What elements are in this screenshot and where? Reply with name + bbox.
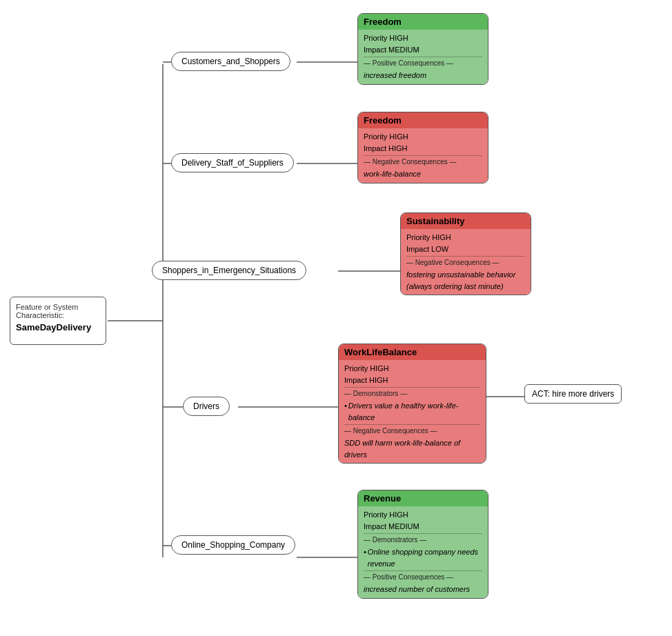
value-text: Impact MEDIUM: [364, 44, 482, 56]
stakeholder-label-1: Delivery_Staff_of_Suppliers: [181, 158, 284, 168]
stakeholder-online: Online_Shopping_Company: [171, 535, 295, 555]
stakeholder-label-4: Online_Shopping_Company: [181, 540, 285, 550]
value-italic: work-life-balance: [364, 168, 482, 180]
root-label: Feature or System Characteristic:: [16, 303, 100, 319]
stakeholder-shoppers: Shoppers_in_Emergency_Situations: [152, 261, 306, 280]
value-text: Impact HIGH: [344, 375, 480, 386]
value-node-v5: RevenuePriority HIGHImpact MEDIUM— Demon…: [357, 490, 488, 599]
stakeholder-customers: Customers_and_Shoppers: [171, 52, 290, 71]
value-text: Priority HIGH: [364, 131, 482, 143]
value-body-v4: Priority HIGHImpact HIGH— Demonstrators …: [339, 360, 486, 463]
value-node-v1: FreedomPriority HIGHImpact MEDIUM— Posit…: [357, 13, 488, 85]
value-title-v3: Sustainability: [401, 213, 531, 229]
value-section: — Positive Consequences —: [364, 57, 482, 68]
value-italic: SDD will harm work-life-balance of drive…: [344, 437, 480, 460]
value-section: — Demonstrators —: [364, 533, 482, 545]
value-node-v2: FreedomPriority HIGHImpact HIGH— Negativ…: [357, 112, 488, 183]
value-italic: fostering unsustainable behavior (always…: [406, 269, 525, 292]
value-section: — Positive Consequences —: [364, 570, 482, 582]
act-label: ACT: hire more drivers: [532, 389, 614, 399]
diagram: Feature or System Characteristic: SameDa…: [0, 0, 672, 636]
value-text: Impact HIGH: [364, 143, 482, 155]
stakeholder-label-2: Shoppers_in_Emergency_Situations: [162, 266, 296, 275]
value-title-v1: Freedom: [358, 14, 488, 30]
value-title-v4: WorkLifeBalance: [339, 344, 486, 360]
value-body-v1: Priority HIGHImpact MEDIUM— Positive Con…: [358, 30, 488, 84]
value-section: — Negative Consequences —: [364, 155, 482, 167]
value-node-v4: WorkLifeBalancePriority HIGHImpact HIGH—…: [338, 344, 486, 464]
stakeholder-label-3: Drivers: [193, 401, 219, 411]
value-text: Priority HIGH: [344, 363, 480, 375]
value-text: Priority HIGH: [406, 232, 525, 244]
value-body-v3: Priority HIGHImpact LOW— Negative Conseq…: [401, 229, 531, 295]
stakeholder-drivers: Drivers: [183, 397, 230, 416]
value-bullet-italic: Drivers value a healthy work-life-balanc…: [344, 400, 480, 423]
value-body-v2: Priority HIGHImpact HIGH— Negative Conse…: [358, 128, 488, 183]
value-node-v3: SustainabilityPriority HIGHImpact LOW— N…: [400, 212, 531, 295]
value-text: Priority HIGH: [364, 32, 482, 44]
value-text: Impact LOW: [406, 244, 525, 255]
stakeholder-label-0: Customers_and_Shoppers: [181, 57, 280, 66]
value-text: Priority HIGH: [364, 509, 482, 521]
value-bullet-italic: Online shopping company needs revenue: [364, 546, 482, 569]
act-node: ACT: hire more drivers: [524, 384, 622, 404]
value-section: — Negative Consequences —: [344, 424, 480, 436]
value-italic: increased number of customers: [364, 584, 482, 595]
value-section: — Demonstrators —: [344, 387, 480, 399]
stakeholder-delivery: Delivery_Staff_of_Suppliers: [171, 153, 294, 172]
value-title-v5: Revenue: [358, 490, 488, 506]
root-node: Feature or System Characteristic: SameDa…: [10, 297, 106, 345]
value-title-v2: Freedom: [358, 112, 488, 128]
value-section: — Negative Consequences —: [406, 256, 525, 268]
value-text: Impact MEDIUM: [364, 521, 482, 533]
root-name: SameDayDelivery: [16, 322, 100, 332]
value-body-v5: Priority HIGHImpact MEDIUM— Demonstrator…: [358, 506, 488, 598]
value-italic: increased freedom: [364, 70, 482, 81]
